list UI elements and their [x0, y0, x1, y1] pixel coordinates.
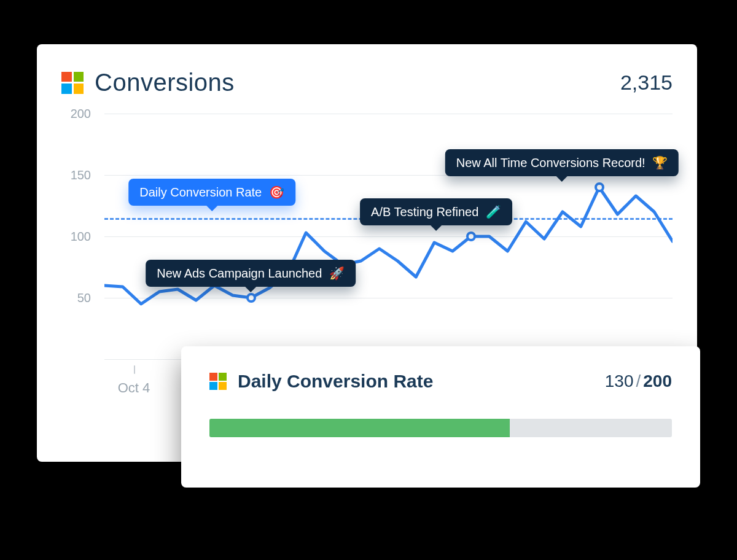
- x-tick-mark: [134, 365, 135, 374]
- marker-record: [595, 182, 604, 192]
- y-tick-50: 50: [77, 291, 91, 305]
- progress-current: 130: [605, 371, 634, 391]
- progress-numbers: 130/200: [605, 371, 672, 391]
- progress-separator: /: [634, 371, 644, 391]
- card-header: Conversions 2,315: [61, 69, 673, 96]
- annotation-ab[interactable]: A/B Testing Refined 🧪: [360, 198, 512, 225]
- annotation-ab-text: A/B Testing Refined: [371, 205, 478, 219]
- progress-header: Daily Conversion Rate 130/200: [209, 371, 672, 392]
- progress-title: Daily Conversion Rate: [238, 371, 433, 392]
- progress-title-group: Daily Conversion Rate: [209, 371, 433, 392]
- y-axis: 50 100 150 200: [61, 114, 98, 402]
- x-tick-oct4: Oct 4: [118, 380, 150, 396]
- marker-ads: [246, 293, 256, 303]
- progress-goal: 200: [643, 371, 672, 391]
- y-tick-100: 100: [71, 230, 91, 244]
- target-icon: 🎯: [269, 185, 284, 199]
- metric-total: 2,315: [620, 71, 673, 95]
- card-title: Conversions: [95, 69, 235, 96]
- trophy-icon: 🏆: [652, 156, 668, 169]
- microsoft-logo-icon: [61, 72, 84, 94]
- progress-bar: [209, 419, 672, 437]
- progress-card: Daily Conversion Rate 130/200: [181, 346, 700, 488]
- y-tick-200: 200: [71, 107, 91, 121]
- progress-fill: [209, 419, 510, 437]
- title-group: Conversions: [61, 69, 235, 96]
- rocket-icon: 🚀: [329, 266, 345, 280]
- test-tube-icon: 🧪: [486, 205, 501, 219]
- marker-ab: [466, 231, 476, 241]
- microsoft-logo-icon: [209, 373, 227, 390]
- y-tick-150: 150: [71, 168, 91, 182]
- annotation-ads-text: New Ads Campaign Launched: [157, 266, 322, 280]
- annotation-ads[interactable]: New Ads Campaign Launched 🚀: [146, 260, 356, 287]
- target-annotation-text: Daily Conversion Rate: [139, 185, 262, 199]
- annotation-record-text: New All Time Conversions Record!: [456, 156, 645, 169]
- annotation-record[interactable]: New All Time Conversions Record! 🏆: [445, 149, 679, 176]
- target-annotation[interactable]: Daily Conversion Rate 🎯: [128, 179, 295, 206]
